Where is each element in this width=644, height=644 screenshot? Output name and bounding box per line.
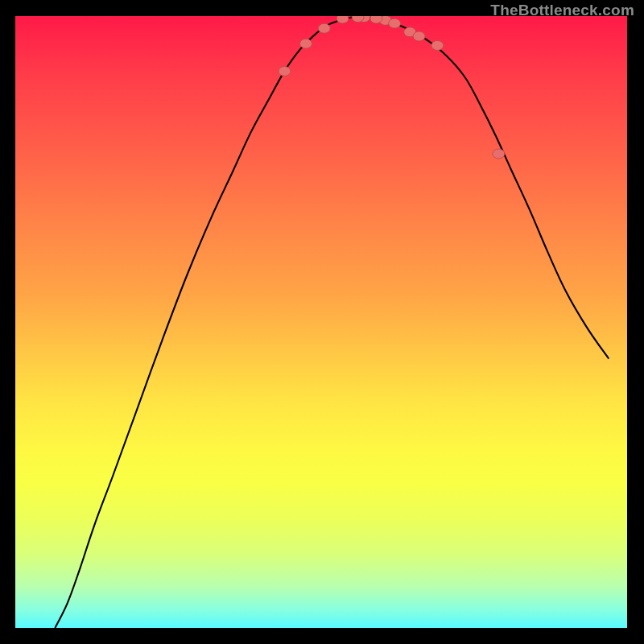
chart-container: TheBottleneck.com [0, 0, 644, 644]
data-marker [389, 19, 401, 28]
chart-svg [15, 16, 627, 628]
data-marker [318, 23, 330, 33]
watermark-text: TheBottleneck.com [490, 2, 634, 19]
data-marker [336, 16, 349, 23]
data-marker [300, 39, 312, 48]
data-marker [493, 149, 505, 159]
data-marker [279, 66, 291, 76]
data-marker [431, 40, 444, 50]
data-marker [370, 16, 382, 23]
data-marker [413, 31, 425, 41]
bottleneck-curve [55, 17, 609, 628]
